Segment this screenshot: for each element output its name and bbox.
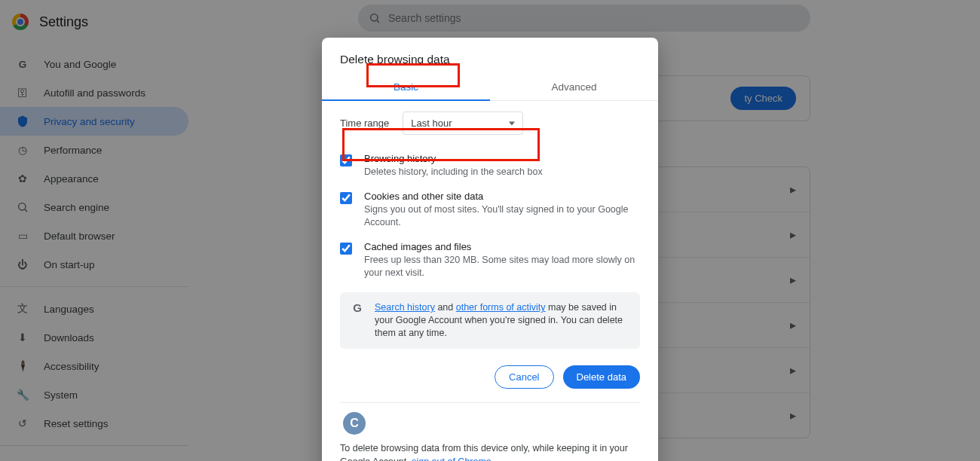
- sidebar-item-label: Search engine: [44, 202, 109, 213]
- sidebar-item-label: System: [44, 389, 78, 401]
- footer-post: .: [492, 456, 494, 462]
- chevron-right-icon: ▸: [790, 273, 796, 287]
- sidebar-item-startup[interactable]: ⏻On start-up: [0, 250, 188, 279]
- chevron-right-icon: ▸: [790, 227, 796, 242]
- shield-icon: [15, 114, 30, 129]
- account-strip: C: [340, 402, 640, 435]
- time-range-select[interactable]: Last hour: [403, 111, 523, 135]
- google-account-info: G Search history and other forms of acti…: [340, 292, 640, 349]
- time-range-row: Time range Last hour: [340, 111, 640, 135]
- sidebar-item-languages[interactable]: 文Languages: [0, 295, 188, 323]
- google-g-icon: G: [351, 301, 364, 315]
- sidebar-item-label: Reset settings: [44, 418, 109, 429]
- dialog-tabs: Basic Advanced: [322, 75, 658, 101]
- checkbox-cookies[interactable]: [340, 192, 352, 204]
- sidebar-item-label: Privacy and security: [44, 116, 135, 127]
- system-icon: 🔧: [15, 387, 30, 402]
- sidebar: Settings GYou and Google ⚿Autofill and p…: [0, 0, 188, 461]
- chevron-right-icon: ▸: [790, 408, 796, 423]
- option-title: Cached images and files: [364, 241, 640, 252]
- power-icon: ⏻: [15, 257, 30, 272]
- option-title: Cookies and other site data: [364, 191, 640, 202]
- sidebar-item-default-browser[interactable]: ▭Default browser: [0, 221, 188, 250]
- checkbox-browsing-history[interactable]: [340, 154, 352, 166]
- sidebar-item-label: You and Google: [44, 59, 116, 70]
- sidebar-item-search-engine[interactable]: Search engine: [0, 193, 188, 221]
- option-title: Browsing history: [364, 153, 543, 164]
- search-input[interactable]: [388, 12, 800, 24]
- sidebar-item-label: On start-up: [44, 259, 95, 270]
- sidebar-item-extensions[interactable]: ▣Extensions: [0, 453, 188, 461]
- tab-advanced[interactable]: Advanced: [490, 75, 658, 100]
- sidebar-item-autofill[interactable]: ⚿Autofill and passwords: [0, 78, 188, 107]
- option-browsing-history[interactable]: Browsing history Deletes history, includ…: [340, 147, 640, 185]
- key-icon: ⚿: [15, 85, 30, 100]
- option-cookies[interactable]: Cookies and other site data Signs you ou…: [340, 185, 640, 235]
- chevron-right-icon: ▸: [790, 182, 796, 197]
- sidebar-item-label: Languages: [44, 304, 94, 315]
- sidebar-item-label: Downloads: [44, 332, 94, 343]
- chevron-right-icon: ▸: [790, 363, 796, 377]
- search-icon: [15, 200, 30, 215]
- option-sub: Deletes history, including in the search…: [364, 166, 543, 179]
- sidebar-item-you-and-google[interactable]: GYou and Google: [0, 50, 188, 78]
- option-sub: Frees up less than 320 MB. Some sites ma…: [364, 254, 640, 279]
- delete-browsing-data-dialog: Delete browsing data Basic Advanced Time…: [322, 38, 658, 461]
- option-cached[interactable]: Cached images and files Frees up less th…: [340, 235, 640, 285]
- chrome-logo-icon: [12, 14, 29, 30]
- sidebar-item-performance[interactable]: ◷Performance: [0, 136, 188, 164]
- sidebar-item-appearance[interactable]: ✿Appearance: [0, 164, 188, 193]
- safety-check-button[interactable]: ty Check: [730, 87, 796, 110]
- accessibility-icon: 🕴: [15, 359, 30, 374]
- svg-point-0: [19, 203, 26, 210]
- sidebar-item-label: Performance: [44, 145, 102, 156]
- link-other-activity[interactable]: other forms of activity: [456, 302, 546, 313]
- link-search-history[interactable]: Search history: [375, 302, 435, 313]
- sidebar-item-downloads[interactable]: ⬇Downloads: [0, 323, 188, 352]
- dialog-footer-text: To delete browsing data from this device…: [322, 435, 658, 461]
- svg-line-3: [377, 20, 379, 23]
- sidebar-item-privacy-security[interactable]: Privacy and security: [0, 107, 188, 136]
- page-title: Settings: [39, 14, 88, 30]
- header: Settings: [0, 8, 188, 36]
- info-text: and: [435, 302, 456, 313]
- sidebar-item-label: Accessibility: [44, 361, 100, 372]
- google-g-icon: G: [15, 56, 30, 72]
- sidebar-item-label: Appearance: [44, 173, 99, 185]
- dialog-title: Delete browsing data: [322, 38, 658, 75]
- time-range-label: Time range: [340, 118, 389, 129]
- checkbox-cached[interactable]: [340, 243, 352, 255]
- translate-icon: 文: [15, 301, 30, 316]
- reset-icon: ↺: [15, 416, 30, 431]
- chevron-right-icon: ▸: [790, 318, 796, 332]
- svg-line-1: [25, 209, 27, 212]
- tab-indicator: [322, 99, 490, 101]
- avatar: C: [343, 412, 366, 435]
- link-sign-out[interactable]: sign out of Chrome: [412, 456, 492, 462]
- appearance-icon: ✿: [15, 171, 30, 186]
- sidebar-nav: GYou and Google ⚿Autofill and passwords …: [0, 36, 188, 461]
- sidebar-item-reset[interactable]: ↺Reset settings: [0, 409, 188, 438]
- search-icon: [369, 12, 381, 24]
- browser-icon: ▭: [15, 228, 30, 243]
- search-bar[interactable]: [358, 5, 810, 32]
- tab-basic[interactable]: Basic: [322, 75, 490, 100]
- speedometer-icon: ◷: [15, 142, 30, 157]
- dialog-actions: Cancel Delete data: [340, 365, 640, 389]
- download-icon: ⬇: [15, 330, 30, 345]
- time-range-value: Last hour: [411, 118, 452, 129]
- sidebar-item-label: Default browser: [44, 230, 115, 242]
- sidebar-item-system[interactable]: 🔧System: [0, 380, 188, 409]
- option-sub: Signs you out of most sites. You'll stay…: [364, 203, 640, 229]
- account-info-placeholder: [375, 418, 637, 429]
- sidebar-item-accessibility[interactable]: 🕴Accessibility: [0, 352, 188, 380]
- delete-data-button[interactable]: Delete data: [563, 365, 641, 389]
- sidebar-item-label: Autofill and passwords: [44, 87, 145, 99]
- svg-point-2: [371, 14, 378, 21]
- cancel-button[interactable]: Cancel: [495, 365, 553, 389]
